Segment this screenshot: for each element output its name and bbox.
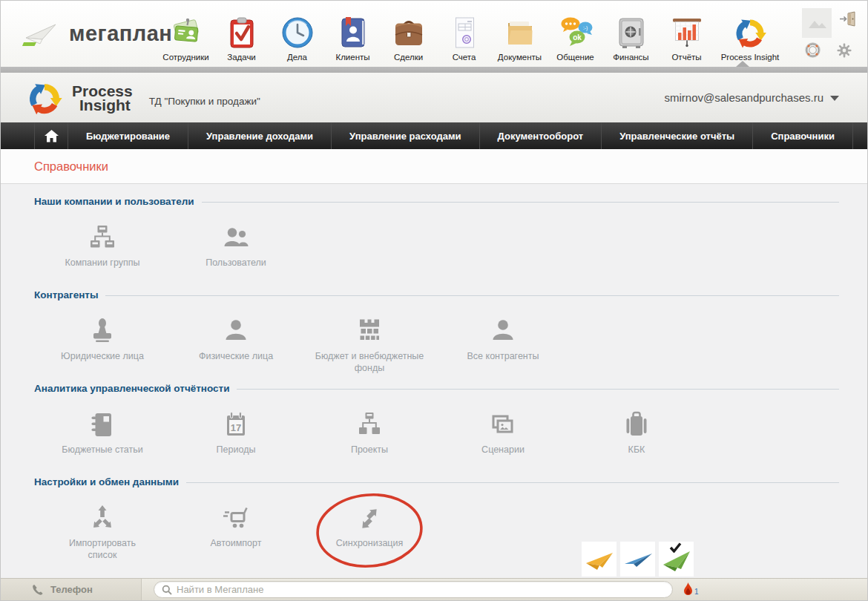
nav-item-directories[interactable]: Справочники bbox=[752, 122, 852, 149]
directory-item-projects[interactable]: Проекты bbox=[303, 409, 436, 456]
bottom-bar: Телефон 1 bbox=[1, 578, 867, 600]
avatar-placeholder[interactable] bbox=[802, 8, 832, 38]
section-divider bbox=[237, 389, 839, 390]
section-analytics: Аналитика управленческой отчётности bbox=[1, 380, 867, 473]
process-insight-logo bbox=[24, 78, 65, 118]
yellow-plane-option[interactable] bbox=[582, 542, 617, 577]
section-title: Наши компании и пользователи bbox=[34, 196, 194, 207]
selected-check-icon bbox=[669, 542, 682, 553]
directory-item-individuals[interactable]: Физические лица bbox=[169, 315, 303, 374]
nav-spacer bbox=[1, 122, 34, 149]
section-divider bbox=[186, 482, 839, 483]
module-documents[interactable]: Документы bbox=[492, 1, 548, 67]
notifications-flame[interactable]: 1 bbox=[683, 582, 699, 597]
nav-item-management-reports[interactable]: Управленческие отчёты bbox=[601, 122, 752, 149]
home-icon bbox=[45, 130, 59, 142]
directory-item-label: Синхронизация bbox=[336, 537, 404, 549]
employees-badges-icon bbox=[168, 14, 204, 51]
help-lifebuoy-icon[interactable] bbox=[805, 42, 821, 58]
directory-item-users[interactable]: Пользователи bbox=[169, 222, 303, 269]
module-todos[interactable]: Дела bbox=[269, 1, 325, 67]
module-clients[interactable]: Клиенты bbox=[325, 1, 381, 67]
org-chart-icon bbox=[88, 222, 117, 253]
megaplan-logo-text: мегаплан bbox=[69, 22, 172, 46]
directory-item-label: Бюджет и внебюджетные фонды bbox=[310, 350, 429, 374]
flame-icon bbox=[683, 582, 694, 597]
module-process-insight[interactable]: Process Insight bbox=[714, 1, 786, 67]
main-nav: Бюджетирование Управление доходами Управ… bbox=[1, 122, 867, 149]
phone-label: Телефон bbox=[50, 584, 93, 595]
chat-ok-text: ok bbox=[573, 33, 582, 42]
settings-gear-icon[interactable] bbox=[837, 43, 852, 58]
company-name: ТД "Покупки и продажи" bbox=[149, 96, 260, 107]
product-name: Process Insight bbox=[72, 84, 133, 112]
directory-item-all-counterparties[interactable]: Все контрагенты bbox=[436, 315, 570, 374]
directory-item-kbk[interactable]: КБК bbox=[570, 409, 703, 456]
directory-item-label: Физические лица bbox=[199, 350, 273, 362]
module-label: Счета bbox=[453, 53, 476, 62]
global-search[interactable] bbox=[154, 581, 673, 598]
section-counterparties: Контрагенты bbox=[1, 286, 867, 380]
directories-content: Наши компании и пользователи Компании гр… bbox=[1, 184, 867, 567]
product-header: Process Insight ТД "Покупки и продажи" s… bbox=[1, 73, 867, 122]
sync-arrows-icon bbox=[355, 502, 384, 533]
users-icon bbox=[221, 222, 251, 253]
module-label: Отчёты bbox=[671, 53, 701, 62]
module-finance[interactable]: Финансы bbox=[603, 1, 659, 67]
directory-item-periods[interactable]: 17 Периоды bbox=[169, 409, 303, 456]
nav-item-docflow[interactable]: Документооборот bbox=[479, 122, 602, 149]
product-name-line2: Insight bbox=[72, 98, 133, 112]
invoice-document-icon bbox=[447, 14, 482, 51]
directory-item-import-list[interactable]: Импортировать список bbox=[36, 502, 169, 561]
clock-icon bbox=[280, 14, 315, 51]
module-label: Документы bbox=[498, 53, 542, 62]
directory-item-legal-entities[interactable]: Юридические лица bbox=[36, 315, 169, 374]
megaplan-logo[interactable]: мегаплан bbox=[1, 1, 158, 67]
directory-item-scenarios[interactable]: Сценарии bbox=[436, 409, 570, 456]
calendar-day-text: 17 bbox=[231, 422, 241, 433]
nav-item-income[interactable]: Управление доходами bbox=[188, 122, 331, 149]
user-menu[interactable]: smirnov@salesandpurchases.ru bbox=[665, 91, 840, 104]
section-companies-users: Наши компании и пользователи Компании гр… bbox=[1, 193, 867, 286]
module-tasks[interactable]: Задачи bbox=[214, 1, 269, 67]
directory-item-budget-funds[interactable]: Бюджет и внебюджетные фонды bbox=[303, 315, 436, 374]
module-label: Финансы bbox=[613, 53, 648, 62]
directory-item-autoimport[interactable]: Автоимпорт bbox=[169, 502, 303, 561]
nav-item-budgeting[interactable]: Бюджетирование bbox=[68, 122, 188, 149]
blue-plane-option[interactable] bbox=[620, 542, 655, 577]
directory-item-synchronization[interactable]: Синхронизация bbox=[303, 502, 436, 561]
directory-item-label: Автоимпорт bbox=[211, 537, 262, 549]
directory-item-label: Сценарии bbox=[481, 444, 525, 456]
phone-icon bbox=[32, 584, 44, 596]
nav-filler bbox=[852, 122, 867, 149]
green-plane-option-selected[interactable] bbox=[659, 542, 694, 577]
nav-home-button[interactable] bbox=[34, 122, 68, 149]
module-deals[interactable]: Сделки bbox=[381, 1, 436, 67]
person-icon bbox=[221, 315, 251, 347]
module-label: Задачи bbox=[227, 53, 256, 62]
page-title-bar: Справочники bbox=[1, 149, 867, 184]
directory-item-budget-articles[interactable]: Бюджетные статьи bbox=[36, 409, 169, 456]
module-label: Process Insight bbox=[721, 53, 780, 62]
tasks-clipboard-icon bbox=[224, 14, 260, 51]
module-communication[interactable]: :-) ok Общение bbox=[548, 1, 603, 67]
directory-item-group-companies[interactable]: Компании группы bbox=[36, 222, 169, 269]
module-employees[interactable]: Сотрудники bbox=[158, 1, 214, 67]
nav-item-expenses[interactable]: Управление расходами bbox=[331, 122, 479, 149]
module-label: Сотрудники bbox=[162, 53, 208, 62]
shopping-cart-icon bbox=[221, 502, 251, 533]
process-insight-logo-icon bbox=[731, 14, 769, 51]
directory-item-label: КБК bbox=[628, 444, 645, 456]
phone-button[interactable]: Телефон bbox=[1, 579, 142, 600]
module-reports[interactable]: Отчёты bbox=[659, 1, 714, 67]
search-icon bbox=[162, 585, 172, 595]
module-label: Общение bbox=[556, 53, 594, 62]
calendar-icon: 17 bbox=[221, 409, 251, 440]
search-input[interactable] bbox=[177, 584, 665, 595]
directory-item-label: Компании группы bbox=[65, 257, 139, 269]
module-invoices[interactable]: Счета bbox=[436, 1, 492, 67]
top-right-controls bbox=[802, 1, 867, 67]
page-title: Справочники bbox=[34, 160, 108, 174]
logout-door-icon[interactable] bbox=[839, 11, 857, 27]
chevron-down-icon bbox=[830, 96, 839, 101]
